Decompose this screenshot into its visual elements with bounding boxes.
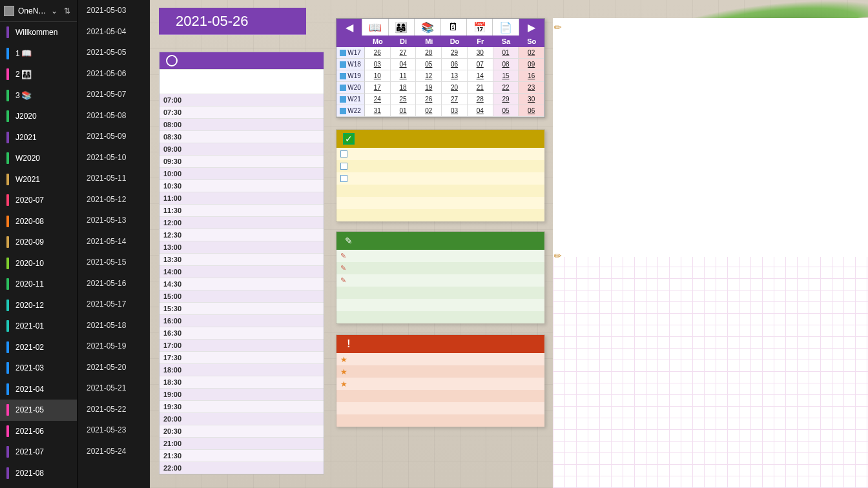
cal-view-button[interactable]: 👨‍👩‍👧 xyxy=(389,19,415,36)
section-item-2021-03[interactable]: 2021-03 xyxy=(0,358,77,379)
page-item[interactable]: 2021-05-08 xyxy=(78,105,150,127)
cal-day-cell[interactable]: 03 xyxy=(442,105,468,117)
schedule-row[interactable]: 16:30 xyxy=(160,327,324,339)
notes-row[interactable] xyxy=(336,299,544,311)
section-item-2020-09[interactable]: 2020-09 xyxy=(0,232,77,253)
notes-row[interactable] xyxy=(336,311,544,323)
cal-day-cell[interactable]: 22 xyxy=(493,82,519,94)
schedule-row[interactable]: 10:00 xyxy=(160,167,324,179)
page-item[interactable]: 2021-05-13 xyxy=(78,210,150,231)
cal-day-cell[interactable]: 24 xyxy=(365,94,391,105)
schedule-row[interactable]: 16:00 xyxy=(160,314,324,327)
cal-day-cell[interactable]: 03 xyxy=(365,59,391,70)
cal-day-cell[interactable]: 12 xyxy=(416,70,442,82)
schedule-row[interactable]: 11:00 xyxy=(160,192,324,204)
section-item-2021-08[interactable]: 2021-08 xyxy=(0,463,77,484)
alert-row[interactable] xyxy=(336,390,544,402)
cal-view-button[interactable]: 🗓 xyxy=(441,19,467,36)
cal-day-cell[interactable]: 08 xyxy=(493,59,519,70)
section-item-2021-07[interactable]: 2021-07 xyxy=(0,442,77,463)
section-item-2021-05[interactable]: 2021-05 xyxy=(0,400,77,421)
alert-row[interactable]: ★ xyxy=(336,365,544,378)
alert-row[interactable] xyxy=(336,414,544,427)
todo-row[interactable] xyxy=(336,197,544,209)
cal-day-cell[interactable]: 06 xyxy=(519,105,544,117)
page-item[interactable]: 2021-05-12 xyxy=(78,189,150,210)
cal-week-link[interactable]: W18 xyxy=(336,59,365,70)
page-item[interactable]: 2021-05-23 xyxy=(78,420,150,441)
section-item-w2020[interactable]: W2020 xyxy=(0,148,77,169)
cal-week-link[interactable]: W20 xyxy=(336,82,365,94)
schedule-row[interactable]: 17:30 xyxy=(160,351,324,363)
schedule-row[interactable]: 08:30 xyxy=(160,130,324,143)
schedule-row[interactable]: 18:00 xyxy=(160,363,324,376)
cal-day-cell[interactable]: 27 xyxy=(442,94,468,105)
schedule-row[interactable]: 12:00 xyxy=(160,216,324,229)
page-item[interactable]: 2021-05-21 xyxy=(78,378,150,399)
schedule-row[interactable]: 07:00 xyxy=(160,94,324,106)
section-item-2020-11[interactable]: 2020-11 xyxy=(0,274,77,295)
cal-day-cell[interactable]: 05 xyxy=(416,59,442,70)
section-item-2020-12[interactable]: 2020-12 xyxy=(0,295,77,316)
schedule-row[interactable]: 19:30 xyxy=(160,400,324,412)
schedule-row[interactable]: 12:30 xyxy=(160,229,324,241)
schedule-row[interactable]: 10:30 xyxy=(160,179,324,192)
schedule-row[interactable]: 19:00 xyxy=(160,388,324,400)
cal-day-cell[interactable]: 04 xyxy=(468,105,493,117)
page-title[interactable]: 2021-05-26 xyxy=(159,8,306,35)
section-item-2020-08[interactable]: 2020-08 xyxy=(0,211,77,232)
cal-day-cell[interactable]: 28 xyxy=(468,94,493,105)
notebook-dropdown-icon[interactable]: ⌄ xyxy=(48,6,60,15)
todo-row[interactable] xyxy=(336,172,544,185)
cal-day-cell[interactable]: 30 xyxy=(519,94,544,105)
cal-day-cell[interactable]: 19 xyxy=(416,82,442,94)
cal-week-link[interactable]: W19 xyxy=(336,70,365,82)
cal-day-cell[interactable]: 16 xyxy=(519,70,544,82)
schedule-row[interactable]: 11:30 xyxy=(160,204,324,216)
cal-week-link[interactable]: W21 xyxy=(336,94,365,105)
schedule-row[interactable]: 09:00 xyxy=(160,143,324,155)
cal-day-cell[interactable]: 09 xyxy=(519,59,544,70)
notes-row[interactable]: ✎ xyxy=(336,250,544,262)
section-item-2[interactable]: 2 👨‍👩‍👧 xyxy=(0,64,77,85)
notes-row[interactable]: ✎ xyxy=(336,262,544,274)
todo-row[interactable] xyxy=(336,209,544,221)
checkbox-icon[interactable] xyxy=(340,175,347,182)
page-item[interactable]: 2021-05-09 xyxy=(78,126,150,147)
page-item[interactable]: 2021-05-03 xyxy=(78,0,150,21)
page-item[interactable]: 2021-05-16 xyxy=(78,273,150,294)
schedule-row[interactable]: 20:00 xyxy=(160,412,324,425)
cal-day-cell[interactable]: 01 xyxy=(493,47,519,59)
schedule-row[interactable]: 13:30 xyxy=(160,253,324,265)
schedule-row[interactable]: 17:00 xyxy=(160,339,324,351)
section-item-2021-01[interactable]: 2021-01 xyxy=(0,316,77,337)
page-item[interactable]: 2021-05-04 xyxy=(78,21,150,43)
schedule-row[interactable]: 20:30 xyxy=(160,425,324,437)
cal-day-cell[interactable]: 25 xyxy=(391,94,417,105)
section-item-w2021[interactable]: W2021 xyxy=(0,169,77,190)
grid-paper-area[interactable] xyxy=(553,257,868,488)
schedule-row[interactable]: 08:00 xyxy=(160,118,324,130)
alert-row[interactable] xyxy=(336,402,544,414)
cal-day-cell[interactable]: 07 xyxy=(468,59,493,70)
schedule-row[interactable]: 13:00 xyxy=(160,241,324,253)
cal-day-cell[interactable]: 21 xyxy=(468,82,493,94)
section-item-2021-06[interactable]: 2021-06 xyxy=(0,421,77,442)
cal-view-button[interactable]: 📚 xyxy=(415,19,440,36)
cal-day-cell[interactable]: 20 xyxy=(442,82,468,94)
cal-day-cell[interactable]: 01 xyxy=(391,105,417,117)
schedule-row[interactable]: 07:30 xyxy=(160,106,324,118)
cal-view-button[interactable]: 📖 xyxy=(362,19,388,36)
schedule-row[interactable]: 22:00 xyxy=(160,462,324,474)
cal-day-cell[interactable]: 31 xyxy=(365,105,391,117)
section-item-j2021[interactable]: J2021 xyxy=(0,127,77,148)
cal-day-cell[interactable]: 18 xyxy=(391,82,417,94)
schedule-row[interactable]: 21:30 xyxy=(160,449,324,462)
cal-next-button[interactable]: ▶ xyxy=(519,19,544,36)
cal-day-cell[interactable]: 28 xyxy=(416,47,442,59)
page-item[interactable]: 2021-05-19 xyxy=(78,336,150,357)
schedule-row[interactable]: 15:30 xyxy=(160,302,324,314)
cal-day-cell[interactable]: 02 xyxy=(519,47,544,59)
page-item[interactable]: 2021-05-07 xyxy=(78,84,150,105)
section-item-1[interactable]: 1 📖 xyxy=(0,43,77,65)
